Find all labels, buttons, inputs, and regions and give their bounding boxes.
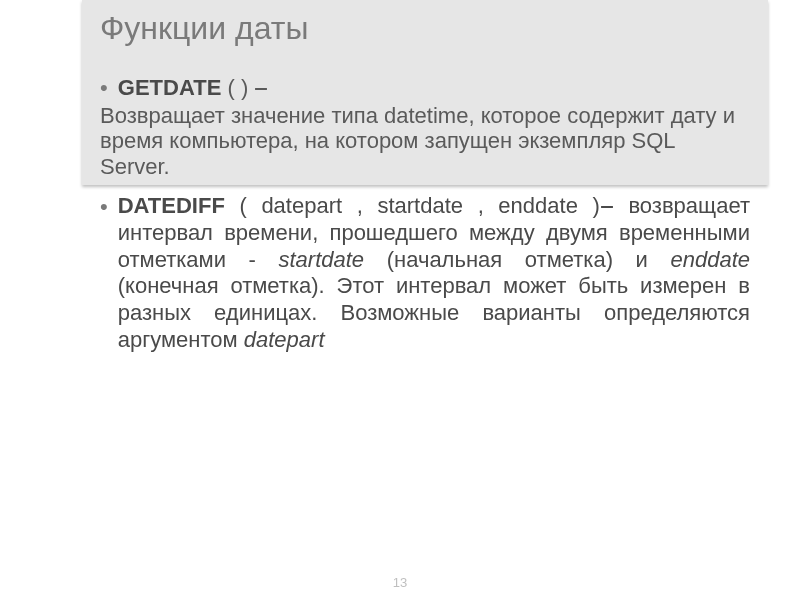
datediff-enddate: enddate	[670, 247, 750, 272]
datediff-datepart: datepart	[244, 327, 325, 352]
slide-title: Функции даты	[100, 10, 750, 47]
bullet-icon: •	[100, 193, 108, 221]
getdate-name: GETDATE	[118, 75, 221, 100]
getdate-description: Возвращает значение типа datetime, котор…	[100, 103, 750, 179]
page-number: 13	[0, 575, 800, 590]
header-box: Функции даты • GETDATE ( ) ‒ Возвращает …	[82, 0, 768, 185]
datediff-item: • DATEDIFF ( datepart , startdate , endd…	[100, 193, 750, 354]
bullet-icon: •	[100, 75, 108, 100]
getdate-heading: • GETDATE ( ) ‒	[100, 75, 750, 101]
content-area: • DATEDIFF ( datepart , startdate , endd…	[82, 185, 768, 354]
getdate-signature: ( ) ‒	[227, 75, 268, 100]
slide: Функции даты • GETDATE ( ) ‒ Возвращает …	[0, 0, 800, 600]
datediff-text: DATEDIFF ( datepart , startdate , enddat…	[118, 193, 750, 354]
datediff-mid1: (начальная отметка) и	[364, 247, 670, 272]
datediff-mid2: (конечная отметка). Этот интервал может …	[118, 273, 750, 352]
datediff-startdate: startdate	[279, 247, 365, 272]
datediff-name: DATEDIFF	[118, 193, 225, 218]
